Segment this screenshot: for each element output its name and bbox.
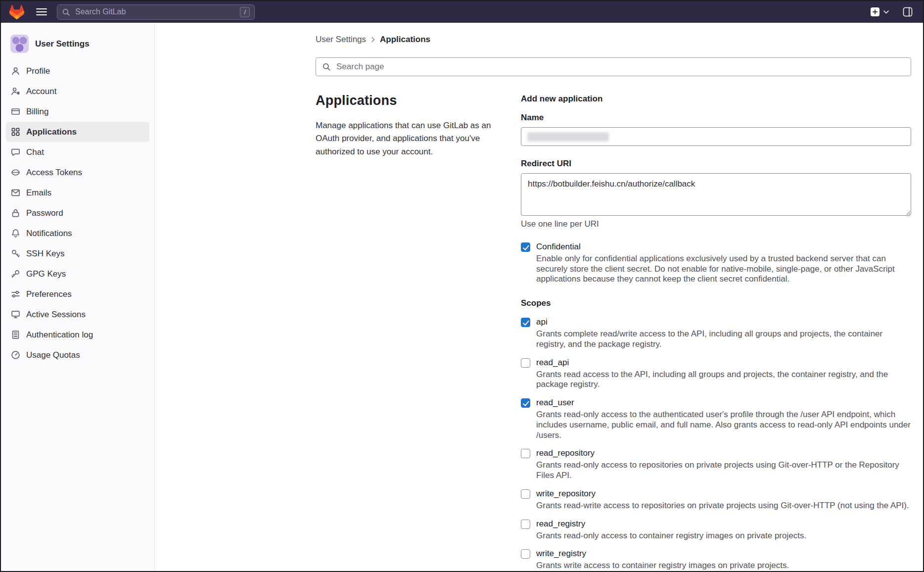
sidebar-item-label: Active Sessions (26, 310, 86, 320)
sidebar-item-label: Emails (26, 188, 51, 198)
breadcrumb-applications: Applications (380, 35, 430, 45)
scope-read-user: read_user Grants read-only access to the… (521, 398, 911, 440)
sidebar-header: User Settings (1, 34, 154, 61)
sidebar-item-preferences[interactable]: Preferences (6, 284, 149, 304)
avatar[interactable] (10, 35, 29, 53)
sidebar-item-authentication-log[interactable]: Authentication log (6, 325, 149, 345)
usage-quotas-icon (11, 350, 20, 360)
sidebar-item-label: Preferences (26, 289, 72, 299)
sidebar-item-emails[interactable]: Emails (6, 183, 149, 203)
chevron-down-icon (883, 10, 889, 14)
add-new-application-title: Add new application (521, 94, 911, 104)
sidebar-item-access-tokens[interactable]: Access Tokens (6, 162, 149, 183)
settings-sidebar: User Settings Profile Account Billing A (1, 23, 155, 571)
scope-read-api: read_api Grants read access to the API, … (521, 358, 911, 390)
sidebar-item-label: Billing (26, 107, 48, 117)
scope-label[interactable]: write_registry (536, 549, 789, 559)
create-new-menu[interactable] (870, 7, 889, 17)
sidebar-item-password[interactable]: Password (6, 203, 149, 223)
create-new-icon (870, 7, 880, 17)
profile-icon (11, 66, 20, 76)
search-icon (62, 8, 70, 16)
sidebar-item-label: Usage Quotas (26, 350, 80, 360)
password-icon (11, 208, 20, 218)
top-navbar: / (1, 1, 923, 23)
scopes-title: Scopes (521, 298, 911, 308)
scope-read-api-checkbox[interactable] (521, 358, 530, 368)
account-icon (11, 87, 20, 96)
sidebar-item-label: Notifications (26, 229, 72, 238)
scope-write-registry-checkbox[interactable] (521, 549, 530, 559)
global-search[interactable]: / (57, 4, 255, 20)
scope-label[interactable]: read_api (536, 358, 911, 368)
scope-description: Grants complete read/write access to the… (536, 329, 911, 349)
scope-label[interactable]: api (536, 317, 911, 327)
sidebar-item-label: Chat (26, 147, 44, 157)
sidebar-item-chat[interactable]: Chat (6, 142, 149, 162)
confidential-checkbox[interactable] (521, 242, 530, 252)
authentication-log-icon (11, 330, 20, 339)
sidebar-item-usage-quotas[interactable]: Usage Quotas (6, 345, 149, 365)
scope-label[interactable]: read_registry (536, 519, 806, 529)
scope-read-user-checkbox[interactable] (521, 398, 530, 408)
sidebar-item-label: Password (26, 208, 63, 218)
redirect-uri-label: Redirect URI (521, 159, 911, 169)
chat-icon (11, 147, 20, 157)
application-name-input[interactable] (521, 127, 911, 146)
preferences-icon (11, 289, 20, 299)
billing-icon (11, 107, 20, 116)
page-description: Manage applications that can use GitLab … (316, 119, 498, 158)
page-title: Applications (316, 93, 498, 108)
gitlab-window: / User Settings Profile (0, 0, 924, 572)
sidebar-item-label: Authentication log (26, 330, 93, 340)
scope-description: Grants read-only access to repositories … (536, 460, 911, 480)
page-search-input[interactable] (335, 61, 905, 72)
confidential-option: Confidential Enable only for confidentia… (521, 242, 911, 285)
notifications-icon (11, 229, 20, 238)
applications-icon (11, 127, 20, 137)
slash-shortcut-key: / (240, 7, 250, 17)
menu-hamburger-icon[interactable] (33, 5, 50, 19)
scope-read-registry-checkbox[interactable] (521, 520, 530, 529)
sidebar-item-ssh-keys[interactable]: SSH Keys (6, 243, 149, 264)
active-sessions-icon (11, 310, 20, 319)
sidebar-item-notifications[interactable]: Notifications (6, 223, 149, 243)
sidebar-item-billing[interactable]: Billing (6, 101, 149, 122)
scope-label[interactable]: write_repository (536, 489, 909, 499)
sidebar-item-profile[interactable]: Profile (6, 61, 149, 81)
breadcrumb-user-settings[interactable]: User Settings (316, 35, 366, 45)
scope-description: Grants read access to the API, including… (536, 370, 911, 390)
page-search[interactable] (316, 57, 911, 76)
confidential-label[interactable]: Confidential (536, 242, 911, 252)
sidebar-item-label: Profile (26, 66, 50, 76)
breadcrumb: User Settings Applications (316, 35, 911, 45)
panel-toggle-icon[interactable] (903, 7, 913, 17)
add-application-form: Add new application Name Redirect URI ht… (521, 93, 911, 571)
redirect-uri-textarea[interactable]: https://botbuilder.feishu.cn/authorize/c… (521, 173, 911, 216)
global-search-input[interactable] (74, 7, 240, 17)
sidebar-item-label: Account (26, 87, 56, 96)
scope-read-registry: read_registry Grants read-only access to… (521, 519, 911, 541)
scope-label[interactable]: read_repository (536, 448, 911, 458)
scope-read-repository-checkbox[interactable] (521, 449, 530, 458)
scope-read-repository: read_repository Grants read-only access … (521, 448, 911, 480)
sidebar-item-label: GPG Keys (26, 269, 66, 279)
sidebar-item-gpg-keys[interactable]: GPG Keys (6, 264, 149, 284)
gitlab-logo-icon[interactable] (9, 5, 24, 19)
scope-write-repository-checkbox[interactable] (521, 489, 530, 499)
ssh-keys-icon (11, 249, 20, 258)
sidebar-item-account[interactable]: Account (6, 81, 149, 101)
scope-api-checkbox[interactable] (521, 318, 530, 327)
sidebar-item-applications[interactable]: Applications (6, 122, 149, 142)
emails-icon (11, 188, 20, 197)
scope-write-repository: write_repository Grants read-write acces… (521, 489, 911, 511)
sidebar-item-label: SSH Keys (26, 249, 64, 259)
scope-label[interactable]: read_user (536, 398, 911, 408)
redacted-name-value (527, 132, 609, 142)
scope-api: api Grants complete read/write access to… (521, 317, 911, 349)
sidebar-title: User Settings (35, 39, 90, 49)
name-label: Name (521, 113, 911, 123)
navbar-right (870, 7, 915, 17)
scope-description: Grants read-only access to the authentic… (536, 410, 911, 440)
sidebar-item-active-sessions[interactable]: Active Sessions (6, 304, 149, 325)
